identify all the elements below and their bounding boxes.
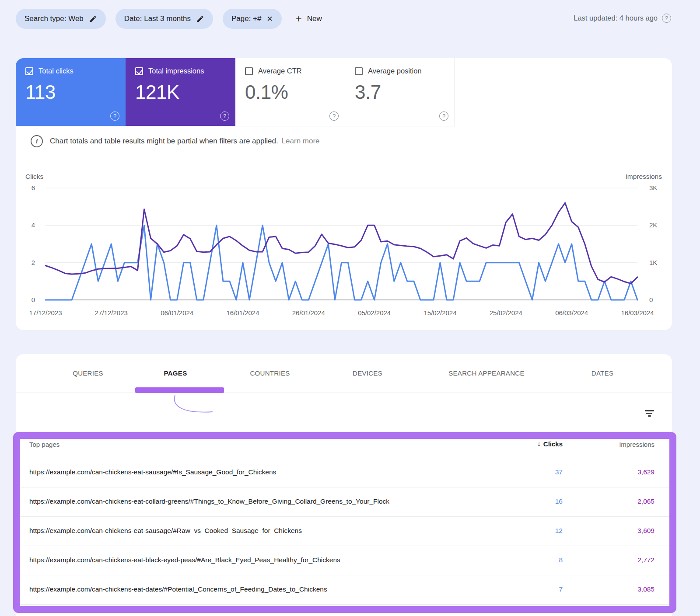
unchecked-checkbox[interactable] <box>355 67 363 75</box>
svg-text:27/12/2023: 27/12/2023 <box>95 309 128 317</box>
svg-text:16/01/2024: 16/01/2024 <box>226 309 259 317</box>
chip-label: Date: Last 3 months <box>124 14 191 23</box>
svg-text:05/02/2024: 05/02/2024 <box>358 309 391 317</box>
impressions-value: 2,772 <box>637 556 654 564</box>
tab-countries[interactable]: COUNTRIES <box>250 354 290 393</box>
svg-text:17/12/2023: 17/12/2023 <box>29 309 62 317</box>
svg-text:4: 4 <box>32 221 35 229</box>
tab-devices[interactable]: DEVICES <box>353 354 382 393</box>
metric-value: 121K <box>135 81 226 103</box>
performance-chart-panel: Total clicks113?Total impressions121K?Av… <box>16 58 672 330</box>
filter-icon[interactable] <box>644 409 654 419</box>
unchecked-checkbox[interactable] <box>245 67 253 75</box>
column-header-clicks[interactable]: ↓ Clicks <box>537 440 563 448</box>
clicks-value: 16 <box>555 498 563 505</box>
help-icon[interactable]: ? <box>439 111 448 121</box>
new-filter-button[interactable]: + New <box>291 9 326 29</box>
metric-label: Average position <box>368 67 422 75</box>
tab-search-appearance[interactable]: SEARCH APPEARANCE <box>448 354 524 393</box>
svg-text:26/01/2024: 26/01/2024 <box>292 309 325 317</box>
last-updated: Last updated: 4 hours ago ? <box>574 14 671 23</box>
metric-card-total-clicks[interactable]: Total clicks113? <box>16 58 126 126</box>
tab-dates[interactable]: DATES <box>592 354 613 393</box>
sort-desc-icon: ↓ <box>537 440 541 448</box>
metric-card-total-impressions[interactable]: Total impressions121K? <box>126 58 235 126</box>
learn-more-link[interactable]: Learn more <box>282 137 320 146</box>
metric-card-average-position[interactable]: Average position3.7? <box>345 58 455 126</box>
help-icon[interactable]: ? <box>662 14 671 23</box>
page-url[interactable]: https://example.com/can-chickens-eat-col… <box>29 498 389 505</box>
tab-pages[interactable]: PAGES <box>164 354 187 393</box>
column-header-top-pages: Top pages <box>29 441 60 448</box>
svg-text:06/01/2024: 06/01/2024 <box>161 309 193 317</box>
clicks-value: 37 <box>555 468 563 476</box>
edit-pencil-icon[interactable] <box>196 15 204 23</box>
dimension-tabs: QUERIESPAGESCOUNTRIESDEVICESSEARCH APPEA… <box>16 354 672 393</box>
metric-label: Total clicks <box>38 67 74 75</box>
svg-text:06/03/2024: 06/03/2024 <box>555 309 588 317</box>
filter-chip-date[interactable]: Date: Last 3 months <box>116 9 213 29</box>
impressions-value: 3,629 <box>637 468 654 476</box>
clicks-value: 12 <box>555 527 563 535</box>
plus-icon: + <box>296 14 302 24</box>
last-updated-text: Last updated: 4 hours ago <box>574 14 658 22</box>
svg-text:6: 6 <box>32 184 35 191</box>
checked-checkbox[interactable] <box>135 67 143 75</box>
svg-text:0: 0 <box>649 296 653 303</box>
metric-label: Average CTR <box>258 67 302 75</box>
filter-chip-search-type[interactable]: Search type: Web <box>16 9 106 29</box>
chip-label: Search type: Web <box>24 14 84 23</box>
impressions-value: 3,085 <box>637 585 654 593</box>
tab-queries[interactable]: QUERIES <box>73 354 103 393</box>
notice-text: Chart totals and table results might be … <box>50 137 278 146</box>
page-url[interactable]: https://example.com/can-chickens-eat-sau… <box>29 527 302 535</box>
table-row[interactable]: https://example.com/can-chickens-eat-sau… <box>16 517 672 546</box>
filter-chip-page[interactable]: Page: +#✕ <box>223 9 282 29</box>
new-filter-label: New <box>307 14 322 23</box>
metric-card-average-ctr[interactable]: Average CTR0.1%? <box>235 58 345 126</box>
chip-label: Page: +# <box>231 14 262 23</box>
filter-bar: Search type: WebDate: Last 3 monthsPage:… <box>16 9 326 29</box>
help-icon[interactable]: ? <box>110 111 119 121</box>
table-row[interactable]: https://example.com/can-chickens-eat-col… <box>16 487 672 517</box>
svg-text:16/03/2024: 16/03/2024 <box>621 309 654 317</box>
help-icon[interactable]: ? <box>329 111 339 121</box>
metric-label: Total impressions <box>148 67 204 75</box>
impressions-value: 2,065 <box>637 498 654 505</box>
page-url[interactable]: https://example.com/can-chickens-eat-dat… <box>29 585 327 593</box>
curved-arrow-annotation <box>164 394 221 417</box>
impressions-value: 3,609 <box>637 527 654 535</box>
svg-text:2K: 2K <box>649 221 657 229</box>
remove-filter-icon[interactable]: ✕ <box>267 14 273 24</box>
metric-value: 0.1% <box>245 81 335 103</box>
table-header: Top pages ↓ Clicks Impressions <box>16 424 672 458</box>
performance-line-chart: ClicksImpressions63K42K21K0017/12/202327… <box>16 167 672 320</box>
metric-cards: Total clicks113?Total impressions121K?Av… <box>16 58 455 126</box>
clicks-value: 8 <box>559 556 563 564</box>
page-url[interactable]: https://example.com/can-chickens-eat-sau… <box>29 468 276 476</box>
pages-tab-underline-annotation <box>135 387 224 393</box>
help-icon[interactable]: ? <box>220 111 229 121</box>
table-row[interactable]: https://example.com/can-chickens-eat-sau… <box>16 458 672 487</box>
results-table-panel: QUERIESPAGESCOUNTRIESDEVICESSEARCH APPEA… <box>16 354 672 616</box>
metric-value: 113 <box>25 81 116 103</box>
column-header-impressions[interactable]: Impressions <box>619 441 654 448</box>
left-axis-title: Clicks <box>25 173 44 180</box>
tabs-divider <box>16 393 672 393</box>
edit-pencil-icon[interactable] <box>89 15 97 23</box>
table-row[interactable]: https://example.com/can-chickens-eat-bla… <box>16 546 672 575</box>
svg-text:1K: 1K <box>649 259 657 266</box>
right-axis-title: Impressions <box>625 173 662 180</box>
page-url[interactable]: https://example.com/can-chickens-eat-bla… <box>29 556 340 564</box>
svg-text:2: 2 <box>32 259 35 266</box>
checked-checkbox[interactable] <box>25 67 33 75</box>
svg-text:3K: 3K <box>649 184 657 191</box>
svg-text:25/02/2024: 25/02/2024 <box>490 309 522 317</box>
metric-value: 3.7 <box>355 81 445 103</box>
filter-chips: Search type: WebDate: Last 3 monthsPage:… <box>16 9 282 29</box>
filter-notice: i Chart totals and table results might b… <box>31 135 320 147</box>
clicks-value: 7 <box>559 585 563 593</box>
svg-text:0: 0 <box>32 296 35 303</box>
table-row[interactable]: https://example.com/can-chickens-eat-dat… <box>16 575 672 605</box>
info-icon: i <box>31 135 43 147</box>
